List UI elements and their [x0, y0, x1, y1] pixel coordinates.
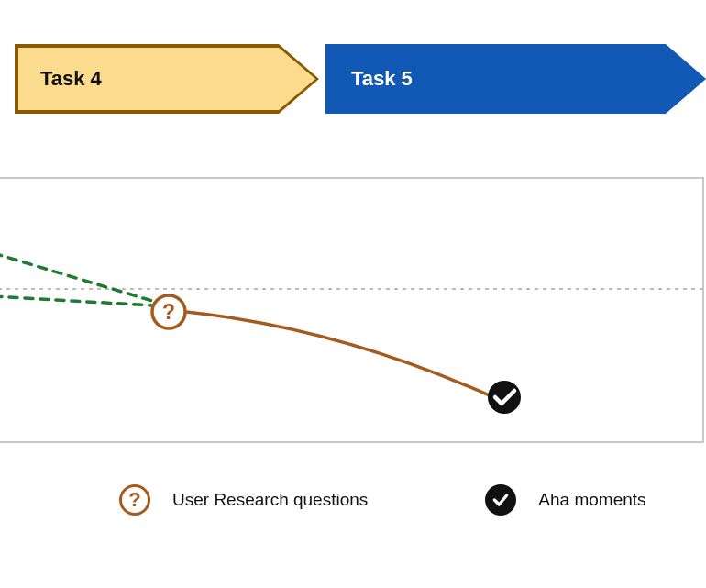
task-arrow-row: Task 4 Task 5 [0, 44, 706, 127]
task-4-label: Task 4 [40, 67, 102, 91]
svg-point-1 [488, 381, 521, 414]
task-arrow-5: Task 5 [325, 44, 706, 114]
legend: ? User Research questions Aha moments [0, 477, 706, 523]
trend-dash-lower [0, 296, 152, 305]
legend-research-label: User Research questions [172, 490, 368, 510]
chart-svg: ? [0, 177, 706, 443]
question-icon: ? [119, 484, 150, 516]
check-icon [485, 484, 516, 516]
legend-aha-label: Aha moments [538, 490, 645, 510]
task-arrow-4: Task 4 [15, 44, 319, 114]
task-arrow-5-fill: Task 5 [325, 44, 706, 114]
task-arrow-4-fill: Task 4 [18, 48, 315, 110]
check-marker [488, 381, 521, 414]
check-icon-svg [491, 491, 510, 509]
question-glyph: ? [162, 300, 175, 324]
legend-item-research: ? User Research questions [119, 484, 368, 516]
question-marker: ? [152, 295, 185, 328]
legend-item-aha: Aha moments [485, 484, 645, 516]
emotion-curve [186, 312, 493, 397]
task-5-label: Task 5 [351, 67, 413, 91]
question-icon-glyph: ? [128, 488, 140, 512]
trend-dash-upper [0, 253, 152, 301]
